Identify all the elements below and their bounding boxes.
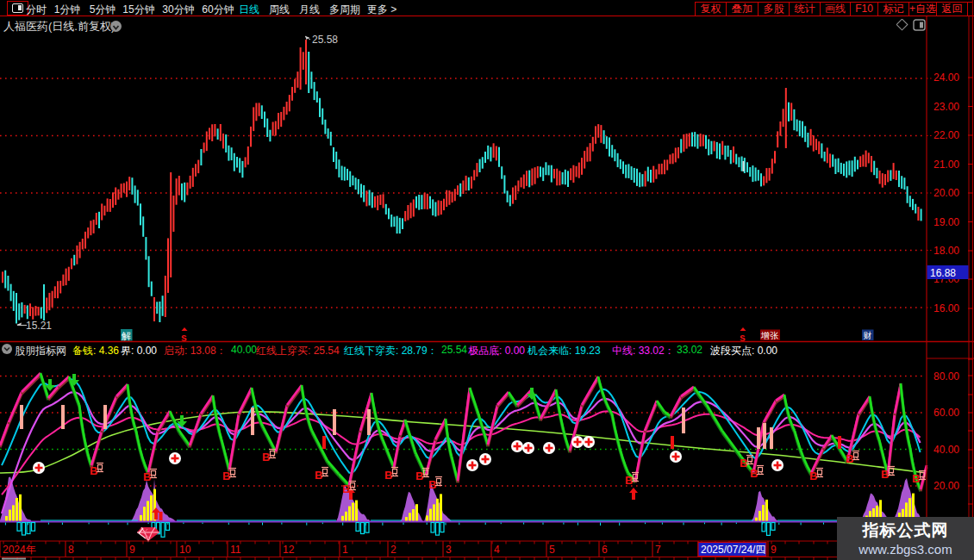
svg-text:25.58: 25.58 xyxy=(312,34,338,46)
svg-text:21.00: 21.00 xyxy=(933,159,959,171)
svg-text:B: B xyxy=(912,472,920,485)
svg-text:60.00: 60.00 xyxy=(933,407,959,419)
svg-text:9: 9 xyxy=(771,544,777,556)
svg-text:B: B xyxy=(846,452,853,465)
svg-text:B: B xyxy=(262,451,270,464)
svg-text:B: B xyxy=(143,470,151,483)
svg-text:B: B xyxy=(90,464,97,477)
svg-text:B: B xyxy=(428,478,436,491)
svg-text:10: 10 xyxy=(179,544,191,556)
svg-text:B: B xyxy=(740,457,747,470)
svg-text:2025/07/24/四: 2025/07/24/四 xyxy=(701,544,765,556)
svg-text:B: B xyxy=(342,482,350,495)
svg-text:18.00: 18.00 xyxy=(933,245,959,257)
svg-text:B: B xyxy=(750,467,758,480)
svg-text:16.00: 16.00 xyxy=(933,302,959,314)
svg-text:2: 2 xyxy=(390,544,396,556)
svg-text:解: 解 xyxy=(122,331,131,341)
svg-text:12: 12 xyxy=(283,544,295,556)
svg-text:19.00: 19.00 xyxy=(933,216,959,228)
svg-text:6: 6 xyxy=(602,544,608,556)
svg-text:7: 7 xyxy=(655,544,661,556)
svg-text:9: 9 xyxy=(129,544,135,556)
svg-text:8: 8 xyxy=(68,544,74,556)
svg-text:增张: 增张 xyxy=(760,331,778,340)
svg-text:15.21: 15.21 xyxy=(26,320,52,332)
svg-text:B: B xyxy=(809,470,817,482)
svg-text:20.00: 20.00 xyxy=(933,480,959,492)
svg-text:财: 财 xyxy=(864,331,872,340)
svg-text:11: 11 xyxy=(230,544,241,556)
svg-text:B: B xyxy=(384,469,392,482)
svg-text:23.00: 23.00 xyxy=(933,101,959,113)
svg-text:4: 4 xyxy=(494,544,500,556)
svg-text:1: 1 xyxy=(342,544,348,556)
svg-text:22.00: 22.00 xyxy=(933,129,959,141)
svg-text:B: B xyxy=(315,469,322,482)
svg-text:B: B xyxy=(881,468,889,481)
svg-text:B: B xyxy=(222,470,230,482)
svg-text:16.88: 16.88 xyxy=(930,267,956,279)
svg-text:40.00: 40.00 xyxy=(933,444,959,456)
svg-text:B: B xyxy=(415,470,423,482)
svg-text:2024年: 2024年 xyxy=(3,544,36,556)
svg-text:3: 3 xyxy=(446,544,452,556)
svg-text:B: B xyxy=(625,474,633,487)
svg-text:24.00: 24.00 xyxy=(933,72,959,84)
svg-text:80.00: 80.00 xyxy=(933,370,959,383)
svg-text:20.00: 20.00 xyxy=(933,187,959,199)
svg-text:5: 5 xyxy=(549,544,555,556)
